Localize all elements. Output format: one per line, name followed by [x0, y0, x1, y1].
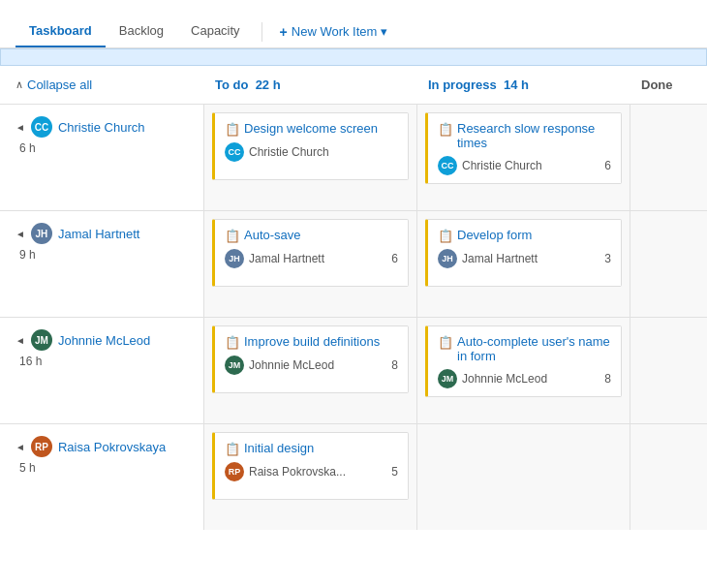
card-footer-todo-3-0: RPRaisa Pokrovska...5	[225, 462, 398, 481]
task-icon: 📋	[225, 229, 240, 243]
card-assignee: JMJohnnie McLeod	[225, 356, 334, 375]
person-row-2: ◄JMJohnnie McLeod16 h📋Improve build defi…	[0, 317, 707, 423]
card-hours: 3	[604, 252, 611, 265]
card-title-text: Research slow response times	[457, 121, 611, 150]
person-info-3: ◄RPRaisa Pokrovskaya5 h	[0, 424, 203, 530]
board-rows: ◄CCChristie Church6 h📋Design welcome scr…	[0, 104, 707, 530]
card-assignee: CCChristie Church	[438, 156, 542, 175]
card-title-todo-0-0: 📋Design welcome screen	[225, 121, 398, 137]
tab-capacity[interactable]: Capacity	[177, 15, 254, 47]
person-name-2[interactable]: Johnnie McLeod	[58, 333, 150, 348]
todo-cell-3: 📋Initial designRPRaisa Pokrovska...5	[203, 424, 416, 530]
card-todo-0-0[interactable]: 📋Design welcome screenCCChristie Church	[212, 112, 409, 180]
done-cell-1	[630, 211, 707, 317]
card-title-text: Auto-save	[244, 228, 301, 242]
column-header-done: Done	[630, 72, 707, 98]
new-work-item-button[interactable]: + New Work Item ▾	[270, 18, 398, 46]
done-cell-3	[630, 424, 707, 530]
collapse-triangle-icon-1[interactable]: ◄	[15, 229, 25, 239]
collapse-all-button[interactable]: Collapse all	[27, 77, 92, 92]
collapse-triangle-icon-3[interactable]: ◄	[15, 442, 25, 452]
person-avatar-1: JH	[31, 223, 52, 244]
task-icon: 📋	[438, 122, 453, 137]
card-title-text: Develop form	[457, 228, 532, 242]
collapse-all-icon: ∧	[15, 78, 23, 91]
card-title-inprogress-2-0: 📋Auto-complete user's name in form	[438, 334, 611, 363]
card-assignee-name: Johnnie McLeod	[249, 358, 334, 372]
done-cell-0	[630, 105, 707, 210]
card-inprogress-1-0[interactable]: 📋Develop formJHJamal Hartnett3	[425, 219, 622, 287]
inprogress-cell-3	[416, 424, 630, 530]
person-hours-1: 9 h	[15, 248, 188, 262]
collapse-triangle-icon-0[interactable]: ◄	[15, 122, 25, 133]
inprogress-cell-0: 📋Research slow response timesCCChristie …	[416, 105, 630, 210]
card-title-text: Initial design	[244, 441, 314, 455]
card-title-text: Design welcome screen	[244, 121, 378, 136]
person-row-1: ◄JHJamal Hartnett9 h📋Auto-saveJHJamal Ha…	[0, 210, 707, 317]
inprogress-cell-1: 📋Develop formJHJamal Hartnett3	[416, 211, 630, 317]
new-work-item-chevron-icon: ▾	[381, 24, 387, 39]
info-banner	[0, 48, 707, 66]
card-title-inprogress-1-0: 📋Develop form	[438, 228, 611, 243]
person-row-3: ◄RPRaisa Pokrovskaya5 h📋Initial designRP…	[0, 423, 707, 530]
person-header-2: ◄JMJohnnie McLeod	[15, 329, 188, 351]
person-name-3[interactable]: Raisa Pokrovskaya	[58, 440, 166, 454]
task-icon: 📋	[438, 229, 453, 243]
tab-backlog[interactable]: Backlog	[106, 15, 177, 47]
person-name-0[interactable]: Christie Church	[58, 120, 145, 135]
card-assignee-avatar: CC	[225, 142, 244, 162]
card-assignee-avatar: JM	[225, 356, 244, 375]
card-todo-1-0[interactable]: 📋Auto-saveJHJamal Hartnett6	[212, 219, 409, 287]
card-hours: 6	[604, 159, 611, 172]
person-header-3: ◄RPRaisa Pokrovskaya	[15, 436, 188, 457]
column-header-todo: To do 22 h	[203, 72, 416, 98]
card-title-todo-3-0: 📋Initial design	[225, 441, 398, 456]
collapse-triangle-icon-2[interactable]: ◄	[15, 335, 25, 346]
card-hours: 5	[391, 465, 398, 479]
card-assignee-avatar: JH	[438, 249, 457, 268]
card-hours: 8	[604, 372, 611, 386]
todo-cell-2: 📋Improve build definitionsJMJohnnie McLe…	[203, 318, 416, 423]
card-footer-inprogress-1-0: JHJamal Hartnett3	[438, 249, 611, 268]
person-info-1: ◄JHJamal Hartnett9 h	[0, 211, 203, 317]
person-hours-0: 6 h	[15, 141, 188, 155]
card-title-text: Auto-complete user's name in form	[457, 334, 611, 363]
card-inprogress-0-0[interactable]: 📋Research slow response timesCCChristie …	[425, 112, 622, 184]
person-name-1[interactable]: Jamal Hartnett	[58, 227, 140, 241]
card-title-text: Improve build definitions	[244, 334, 380, 349]
card-assignee-avatar: JH	[225, 249, 244, 268]
person-avatar-0: CC	[31, 116, 52, 138]
card-todo-3-0[interactable]: 📋Initial designRPRaisa Pokrovska...5	[212, 432, 409, 500]
card-assignee: CCChristie Church	[225, 142, 329, 162]
card-title-inprogress-0-0: 📋Research slow response times	[438, 121, 611, 150]
card-assignee-name: Jamal Hartnett	[462, 252, 538, 265]
task-icon: 📋	[225, 122, 240, 137]
inprogress-cell-2: 📋Auto-complete user's name in formJMJohn…	[416, 318, 630, 423]
done-cell-2	[630, 318, 707, 423]
person-hours-2: 16 h	[15, 355, 188, 368]
card-footer-inprogress-2-0: JMJohnnie McLeod8	[438, 369, 611, 388]
card-assignee-name: Johnnie McLeod	[462, 372, 547, 386]
card-footer-todo-0-0: CCChristie Church	[225, 142, 398, 162]
person-header-0: ◄CCChristie Church	[15, 116, 188, 138]
task-icon: 📋	[225, 335, 240, 350]
card-assignee: JHJamal Hartnett	[438, 249, 538, 268]
todo-cell-0: 📋Design welcome screenCCChristie Church	[203, 105, 416, 210]
person-info-2: ◄JMJohnnie McLeod16 h	[0, 318, 203, 423]
card-assignee-name: Raisa Pokrovska...	[249, 465, 346, 479]
board-column-headers: ∧ Collapse all To do 22 h In progress 14…	[0, 66, 707, 104]
todo-cell-1: 📋Auto-saveJHJamal Hartnett6	[203, 211, 416, 317]
person-avatar-2: JM	[31, 329, 52, 351]
tab-taskboard[interactable]: Taskboard	[15, 15, 106, 47]
person-header-1: ◄JHJamal Hartnett	[15, 223, 188, 244]
card-hours: 6	[391, 252, 398, 265]
card-assignee: JHJamal Hartnett	[225, 249, 324, 268]
card-assignee: RPRaisa Pokrovska...	[225, 462, 346, 481]
person-hours-3: 5 h	[15, 461, 188, 475]
plus-icon: +	[280, 24, 288, 40]
card-inprogress-2-0[interactable]: 📋Auto-complete user's name in formJMJohn…	[425, 325, 622, 397]
card-assignee-name: Christie Church	[462, 159, 542, 172]
card-title-todo-2-0: 📋Improve build definitions	[225, 334, 398, 350]
person-row-0: ◄CCChristie Church6 h📋Design welcome scr…	[0, 104, 707, 210]
card-todo-2-0[interactable]: 📋Improve build definitionsJMJohnnie McLe…	[212, 325, 409, 393]
